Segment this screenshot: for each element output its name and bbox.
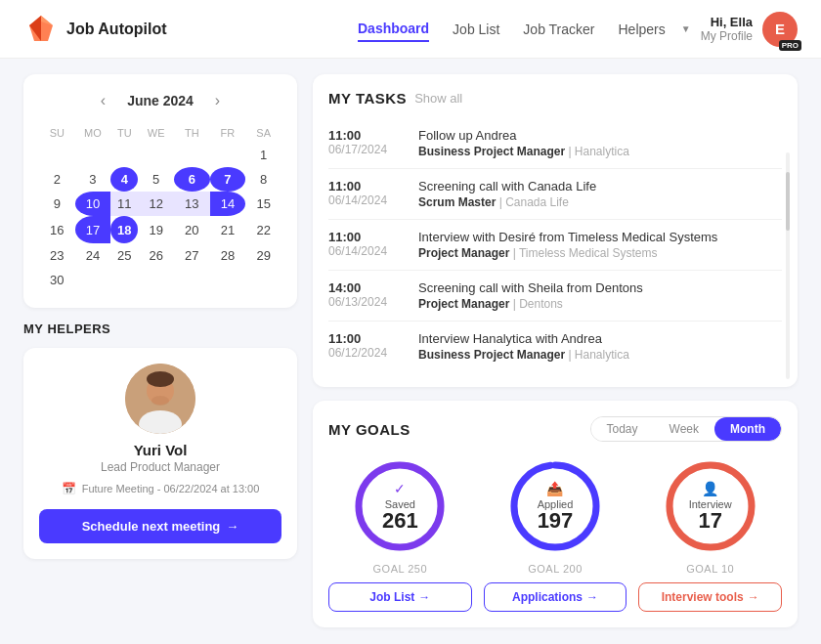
goals-tab-month[interactable]: Month: [714, 417, 781, 441]
table-row[interactable]: 11:00 06/14/2024 Interview with Desiré f…: [328, 220, 782, 271]
calendar-day[interactable]: 26: [138, 243, 174, 268]
main-nav: Dashboard Job List Job Tracker Helpers: [358, 17, 666, 42]
calendar-day[interactable]: 1: [245, 143, 281, 167]
helpers-title: MY HELPERS: [23, 322, 297, 336]
calendar-day[interactable]: 22: [245, 216, 281, 243]
user-avatar[interactable]: E PRO: [762, 12, 798, 47]
task-date: 06/12/2024: [328, 346, 407, 360]
calendar-day[interactable]: 14: [210, 192, 246, 216]
show-all-link[interactable]: Show all: [414, 91, 462, 106]
goal-action-button-0[interactable]: Job List →: [328, 582, 472, 612]
table-row[interactable]: 11:00 06/17/2024 Follow up Andrea Busine…: [328, 118, 782, 169]
goal-target-label: GOAL 10: [686, 563, 734, 575]
goal-icon: ✓: [382, 481, 418, 496]
calendar-day[interactable]: 8: [245, 167, 281, 192]
calendar-day[interactable]: 10: [75, 192, 111, 216]
task-time-value: 11:00: [328, 331, 407, 346]
calendar-weekday: WE: [138, 123, 174, 143]
calendar-weekday: TH: [174, 123, 210, 143]
goals-card: MY GOALS TodayWeekMonth ✓ Saved 261 GOAL…: [313, 401, 798, 627]
calendar-card: ‹ June 2024 › SUMOTUWETHFRSA 12345678910…: [23, 74, 297, 308]
goal-icon: 📤: [538, 481, 574, 496]
table-row[interactable]: 11:00 06/14/2024 Screening call with Can…: [328, 169, 782, 220]
calendar-day[interactable]: 12: [138, 192, 174, 216]
calendar-day[interactable]: 3: [75, 167, 111, 192]
calendar-day[interactable]: 9: [39, 192, 75, 216]
list-item: ✓ Saved 261 GOAL 250 Job List →: [328, 457, 472, 612]
task-date: 06/14/2024: [328, 193, 407, 207]
meeting-label: Future Meeting - 06/22/2024 at 13:00: [82, 483, 260, 494]
goal-action-button-2[interactable]: Interview tools →: [638, 582, 782, 612]
tasks-list: 11:00 06/17/2024 Follow up Andrea Busine…: [328, 118, 782, 371]
calendar-day[interactable]: 6: [174, 167, 210, 192]
calendar-day[interactable]: 2: [39, 167, 75, 192]
task-time: 11:00 06/14/2024: [328, 230, 407, 260]
calendar-grid: SUMOTUWETHFRSA 1234567891011121314151617…: [39, 123, 281, 292]
pro-badge: PRO: [779, 40, 801, 51]
calendar-weekday: MO: [75, 123, 111, 143]
task-time: 14:00 06/13/2024: [328, 280, 407, 311]
task-role: Project Manager | Dentons: [418, 297, 782, 311]
goal-circle-inner: ✓ Saved 261: [382, 481, 418, 532]
nav-jobtracker[interactable]: Job Tracker: [523, 18, 594, 41]
user-initial: E: [775, 21, 785, 37]
calendar-prev-button[interactable]: ‹: [95, 90, 111, 111]
table-row[interactable]: 11:00 06/12/2024 Interview Hanalytica wi…: [328, 322, 782, 371]
chevron-down-icon[interactable]: ▼: [681, 23, 691, 34]
goals-header: MY GOALS TodayWeekMonth: [328, 416, 782, 442]
task-date: 06/13/2024: [328, 295, 407, 309]
task-name: Interview with Desiré from Timeless Medi…: [418, 230, 782, 244]
calendar-day: [138, 143, 174, 167]
arrow-right-icon: →: [226, 519, 238, 534]
calendar-day[interactable]: 4: [110, 167, 138, 192]
calendar-day[interactable]: 7: [210, 167, 246, 192]
calendar-day: [245, 268, 281, 292]
table-row[interactable]: 14:00 06/13/2024 Screening call with She…: [328, 271, 782, 322]
calendar-day[interactable]: 19: [138, 216, 174, 243]
user-profile-link[interactable]: My Profile: [701, 29, 753, 43]
task-company: | Canada Life: [499, 195, 569, 209]
goals-tab-week[interactable]: Week: [654, 417, 714, 441]
calendar-day[interactable]: 21: [210, 216, 246, 243]
goals-tab-today[interactable]: Today: [591, 417, 654, 441]
schedule-meeting-button[interactable]: Schedule next meeting →: [39, 509, 281, 543]
calendar-day[interactable]: 28: [210, 243, 246, 268]
calendar-day[interactable]: 16: [39, 216, 75, 243]
calendar-weekday: TU: [110, 123, 138, 143]
calendar-day[interactable]: 27: [174, 243, 210, 268]
calendar-day[interactable]: 11: [110, 192, 138, 216]
calendar-day[interactable]: 30: [39, 268, 75, 292]
calendar-day[interactable]: 17: [75, 216, 111, 243]
header: Job Autopilot Dashboard Job List Job Tra…: [0, 0, 821, 59]
calendar-day[interactable]: 29: [245, 243, 281, 268]
calendar-day: [110, 143, 138, 167]
helper-avatar: [125, 364, 195, 434]
goals-section: MY GOALS TodayWeekMonth ✓ Saved 261 GOAL…: [313, 401, 798, 627]
goal-action-button-1[interactable]: Applications →: [484, 582, 627, 612]
calendar-next-button[interactable]: ›: [209, 90, 226, 111]
nav-helpers[interactable]: Helpers: [619, 18, 666, 41]
calendar-day[interactable]: 23: [39, 243, 75, 268]
app-name: Job Autopilot: [66, 21, 167, 38]
calendar-day[interactable]: 25: [110, 243, 138, 268]
scrollbar-thumb: [786, 172, 790, 231]
task-content: Interview Hanalytica with Andrea Busines…: [418, 331, 782, 362]
calendar-day[interactable]: 13: [174, 192, 210, 216]
scrollbar-track[interactable]: [786, 152, 790, 379]
calendar-day: [210, 268, 246, 292]
calendar-day[interactable]: 18: [110, 216, 138, 243]
calendar-day[interactable]: 20: [174, 216, 210, 243]
calendar-day[interactable]: 5: [138, 167, 174, 192]
calendar-day: [174, 143, 210, 167]
nav-dashboard[interactable]: Dashboard: [358, 17, 429, 42]
task-date: 06/17/2024: [328, 143, 407, 156]
nav-joblist[interactable]: Job List: [453, 18, 499, 41]
task-content: Screening call with Sheila from Dentons …: [418, 280, 782, 311]
calendar-day[interactable]: 24: [75, 243, 111, 268]
logo-icon: [23, 12, 59, 47]
task-time: 11:00 06/17/2024: [328, 128, 407, 158]
calendar-weekday: SU: [39, 123, 75, 143]
svg-point-7: [151, 396, 169, 406]
calendar-day[interactable]: 15: [245, 192, 281, 216]
main-content: ‹ June 2024 › SUMOTUWETHFRSA 12345678910…: [0, 59, 821, 643]
